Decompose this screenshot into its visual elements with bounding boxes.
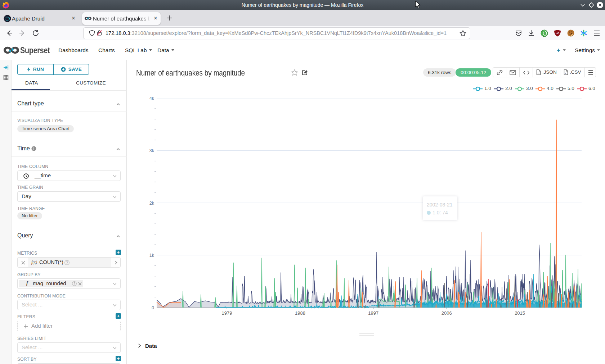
svg-text:uO: uO <box>556 32 559 35</box>
svg-text:1979: 1979 <box>222 310 232 316</box>
svg-text:2k: 2k <box>149 201 154 206</box>
svg-text:?: ? <box>73 282 75 285</box>
svg-text:?: ? <box>66 261 68 264</box>
svg-text:4k: 4k <box>149 96 154 101</box>
svg-text:1988: 1988 <box>295 310 305 316</box>
svg-text:1997: 1997 <box>368 310 378 316</box>
svg-text:1k: 1k <box>149 253 154 258</box>
svg-text:2015: 2015 <box>515 310 525 316</box>
svg-text:3k: 3k <box>149 148 154 153</box>
svg-text:2006: 2006 <box>442 310 452 316</box>
svg-text:0: 0 <box>152 305 154 310</box>
